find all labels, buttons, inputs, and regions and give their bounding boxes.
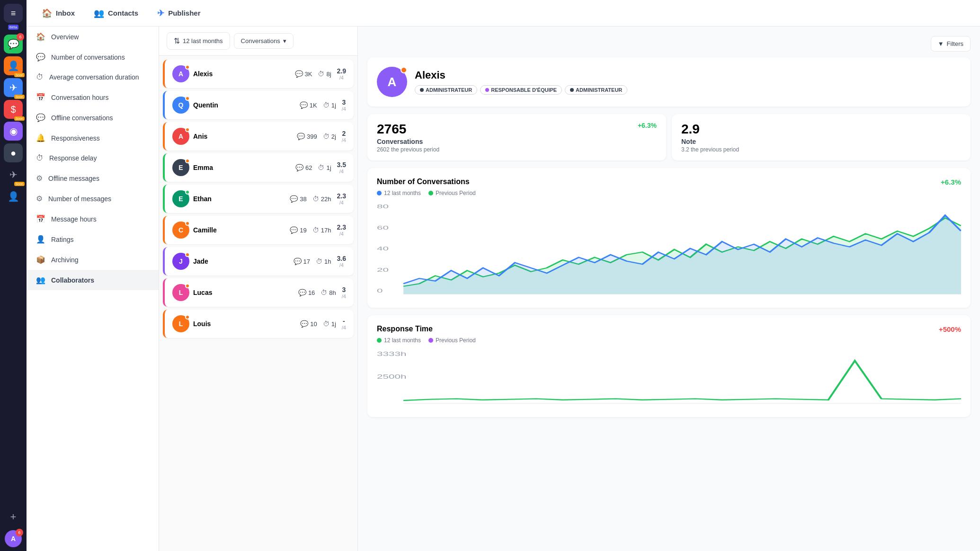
collaborators-list: A Alexis 💬 3K ⏱ 8j 2.9 [159,56,357,551]
sidebar-label-overview: Overview [51,33,79,41]
clock-icon-2: ⏱ [36,154,44,162]
row-stats: 💬 3K ⏱ 8j 2.9 /4 [295,67,347,80]
list-item[interactable]: E Ethan 💬 38 ⏱ 22h 2.3 [163,185,354,213]
sidebar-item-overview[interactable]: 🏠 Overview [27,27,159,47]
row-stats: 💬 38 ⏱ 22h 2.3 /4 [290,192,346,205]
sidebar-item-offline-conv[interactable]: 💬 Offline conversations [27,107,159,128]
filter-icon: ▼ [938,40,944,47]
badge-dot [485,88,489,92]
sort-icon: ⇅ [174,36,180,45]
messages-nav-icon[interactable]: 💬 6 [4,35,23,53]
messages-badge: 6 [17,33,24,41]
status-dot [185,252,190,257]
sidebar-item-num-conversations[interactable]: 💬 Number of conversations [27,47,159,67]
group-icon: 👥 [36,276,45,284]
contacts-nav-icon[interactable]: 👤 Soon [4,56,23,75]
sidebar-item-conv-hours[interactable]: 📅 Conversation hours [27,87,159,107]
badge-admin-1: ADMINISTRATEUR [415,85,477,95]
svg-text:3333h: 3333h [377,351,406,357]
sidebar-item-avg-duration[interactable]: ⏱ Average conversation duration [27,67,159,87]
inbox-nav-label: Inbox [56,9,75,17]
list-item[interactable]: E Emma 💬 62 ⏱ 1j 3.5 [163,153,354,182]
list-item[interactable]: J Jade 💬 17 ⏱ 1h 3.6 [163,247,354,276]
clock-icon: ⏱ [318,164,324,171]
rating-stat: 2.9 /4 [337,67,346,80]
row-name: Lucas [193,289,222,296]
legend-label-1: 12 last months [384,190,421,196]
badge-label: ADMINISTRATEUR [426,87,472,93]
row-stats: 💬 19 ⏱ 17h 2.3 /4 [290,223,346,237]
list-item[interactable]: Q Quentin 💬 1K ⏱ 1j 3 [163,91,354,119]
message-icon: 💬 [290,195,298,203]
note-label: Note [681,138,961,145]
avatar: L [172,284,189,301]
list-item[interactable]: C Camille 💬 19 ⏱ 17h 2.3 [163,216,354,244]
soon-badge-4: Soon [14,182,25,186]
status-dot [185,284,190,288]
period-dropdown[interactable]: ⇅ 12 last months [167,32,230,50]
sidebar-label-num-messages: Number of messages [48,195,111,203]
contacts-people-icon: 👥 [94,8,104,18]
sidebar-item-collaborators[interactable]: 👥 Collaborators [27,270,159,290]
publisher-nav-label: Publisher [168,9,200,17]
list-item[interactable]: L Lucas 💬 16 ⏱ 8h 3 [163,278,354,307]
user-avatar-bottom[interactable]: A 6 [5,530,22,547]
clock-icon-1: ⏱ [36,73,44,81]
category-dropdown[interactable]: Conversations ▾ [234,33,294,49]
sidebar-item-responsiveness[interactable]: 🔔 Responsiveness [27,128,159,148]
sidebar: 🏠 Overview 💬 Number of conversations ⏱ A… [27,27,159,551]
sidebar-item-offline-msg[interactable]: ⚙ Offline messages [27,168,159,188]
sidebar-label-responsiveness: Responsiveness [51,134,100,142]
sidebar-item-archiving[interactable]: 📦 Archiving [27,249,159,270]
publisher-nav-item[interactable]: ✈ Publisher [150,4,208,22]
row-stats: 💬 399 ⏱ 2j 2 /4 [297,130,346,143]
inbox-nav-item[interactable]: 🏠 Inbox [34,4,82,22]
sidebar-label-offline-conv: Offline conversations [51,114,113,122]
message-count: 💬 38 [290,195,306,203]
status-dot [185,96,190,101]
status-dot [185,159,190,163]
sidebar-label-ratings: Ratings [51,236,73,243]
sidebar-label-response-delay: Response delay [49,154,97,162]
contacts-nav-item[interactable]: 👥 Contacts [86,4,146,22]
users-nav-icon[interactable]: 👤 [4,187,23,206]
response-legend-2: Previous Period [428,337,476,344]
list-item[interactable]: A Alexis 💬 3K ⏱ 8j 2.9 [163,60,354,88]
chart-header: Number of Conversations +6.3% [377,178,961,186]
publisher-nav-icon[interactable]: ✈ Soon [4,78,23,97]
user-avatar-large: A [377,67,407,97]
time-stat: ⏱ 17h [312,226,331,234]
message-count: 💬 1K [300,101,317,109]
badge-dot [420,88,424,92]
list-item[interactable]: A Anis 💬 399 ⏱ 2j 2 [163,122,354,151]
send-icon: ✈ [9,169,18,180]
status-dot [185,315,190,320]
sidebar-item-response-delay[interactable]: ⏱ Response delay [27,148,159,168]
sidebar-item-num-messages[interactable]: ⚙ Number of messages [27,188,159,209]
note-num: 2.9 [681,122,961,137]
time-stat: ⏱ 1j [323,101,336,109]
dollar-nav-icon[interactable]: $ Soon [4,100,23,119]
sidebar-item-ratings[interactable]: 👤 Ratings [27,229,159,249]
sidebar-item-message-hours[interactable]: 📅 Message hours [27,209,159,229]
list-item[interactable]: L Louis 💬 10 ⏱ 1j - [163,310,354,338]
blue-fill [403,215,961,294]
filters-button[interactable]: ▼ Filters [931,36,971,52]
chart-title: Number of Conversations [377,178,470,186]
user-info: Alexis ADMINISTRATEUR RESPONSABLE D'ÉQUI… [415,69,961,95]
home-icon: 🏠 [36,32,45,41]
message-count: 💬 19 [290,226,306,234]
send-nav-icon[interactable]: ✈ Soon [4,165,23,184]
clock-icon: ⏱ [323,320,330,328]
beta-badge: Bêta [8,25,18,30]
row-name: Louis [193,320,222,328]
svg-text:80: 80 [377,204,389,210]
chat-nav-icon[interactable]: ● [4,143,23,162]
main-area: 🏠 Inbox 👥 Contacts ✈ Publisher 🏠 Overvie… [27,0,980,551]
analytics-nav-icon[interactable]: ◉ [4,122,23,141]
soon-badge-2: Soon [14,95,25,99]
svg-text:2500h: 2500h [377,374,406,380]
add-button[interactable]: + [4,507,23,526]
message-icon: 💬 [300,320,308,328]
sidebar-label-avg-duration: Average conversation duration [49,73,139,81]
